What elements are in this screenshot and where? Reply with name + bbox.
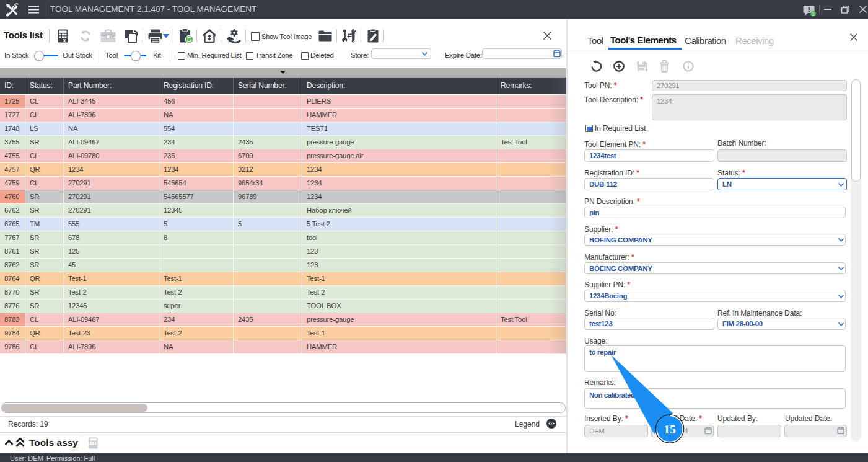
svg-text:x: x <box>63 37 66 43</box>
svg-text:1: 1 <box>812 11 814 17</box>
